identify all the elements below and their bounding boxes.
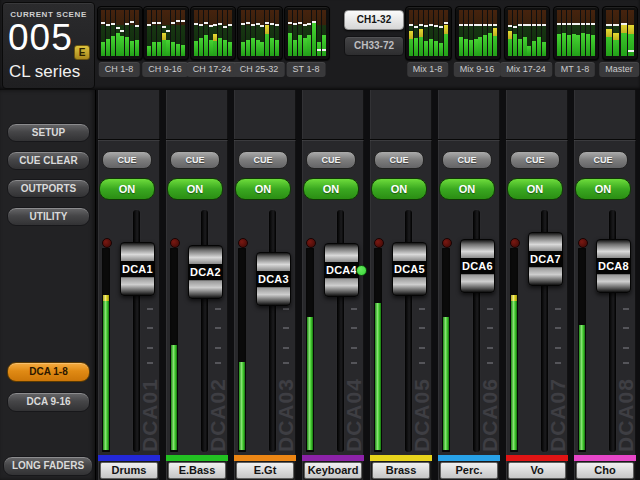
strip-divider — [234, 140, 296, 141]
fader-cap[interactable]: DCA8 — [596, 239, 631, 293]
meter-level-yellow — [444, 25, 448, 34]
strip-meter-level — [171, 345, 177, 450]
meter-block-mix-1-8[interactable] — [405, 6, 452, 60]
fader-track[interactable] — [269, 210, 276, 452]
cue-button[interactable]: CUE — [170, 151, 220, 169]
channel-meter — [213, 10, 217, 56]
meter-block-mt-1-8[interactable] — [553, 6, 599, 60]
fader-scale-tick — [623, 308, 629, 310]
channel-meter — [256, 10, 260, 56]
channel-meter — [586, 10, 590, 56]
fader-position-mark — [591, 23, 595, 25]
channel-color-bar — [438, 455, 500, 461]
meter-level — [307, 35, 311, 56]
fader-cap[interactable]: DCA4 — [324, 243, 359, 297]
on-button[interactable]: ON — [235, 178, 291, 200]
utility-button[interactable]: UTILITY — [7, 207, 90, 226]
fader-scale-tick — [351, 327, 357, 329]
meter-block-label[interactable]: Master — [599, 62, 639, 77]
meter-level — [116, 33, 120, 56]
fader-scale-tick — [283, 347, 289, 349]
meter-block-ch-25-32[interactable] — [237, 6, 283, 60]
channel-name[interactable]: Brass — [372, 462, 430, 479]
on-button[interactable]: ON — [371, 178, 427, 200]
dca-bank-9-16-button[interactable]: DCA 9-16 — [7, 392, 90, 412]
fader-cap[interactable]: DCA6 — [460, 239, 495, 293]
channel-name[interactable]: Vo — [508, 462, 566, 479]
cue-button[interactable]: CUE — [374, 151, 424, 169]
channel-meter — [166, 10, 170, 56]
peak-led — [170, 238, 180, 248]
on-button[interactable]: ON — [507, 178, 563, 200]
channel-name[interactable]: Drums — [100, 462, 158, 479]
cue-button[interactable]: CUE — [442, 151, 492, 169]
cue-button[interactable]: CUE — [238, 151, 288, 169]
meter-block-label[interactable]: CH 25-32 — [234, 62, 285, 77]
channel-meter — [464, 10, 468, 56]
fader-strip-dca4: DCA04DCA4CUEONKeyboard — [302, 90, 364, 480]
fader-position-mark — [223, 26, 227, 28]
meter-level — [157, 42, 161, 56]
cue-button[interactable]: CUE — [306, 151, 356, 169]
cue-button[interactable]: CUE — [510, 151, 560, 169]
on-button[interactable]: ON — [303, 178, 359, 200]
channel-meter — [293, 10, 297, 56]
bank-button-ch1-32[interactable]: CH1-32 — [344, 10, 404, 30]
strip-meter-level — [239, 362, 245, 450]
on-button[interactable]: ON — [439, 178, 495, 200]
long-faders-button[interactable]: LONG FADERS — [3, 456, 93, 476]
meter-block-ch-17-24[interactable] — [190, 6, 236, 60]
fader-cap[interactable]: DCA1 — [120, 242, 155, 296]
fader-scale-tick — [351, 308, 357, 310]
cue-clear-button[interactable]: CUE CLEAR — [7, 151, 90, 170]
meter-block-ch-1-8[interactable] — [97, 6, 143, 60]
meter-level — [111, 36, 115, 56]
meter-block-label[interactable]: CH 17-24 — [187, 62, 238, 77]
channel-name[interactable]: Keyboard — [304, 462, 362, 479]
fader-position-mark — [288, 22, 292, 24]
setup-button[interactable]: SETUP — [7, 123, 90, 142]
bank-button-ch33-72[interactable]: CH33-72 — [344, 36, 404, 56]
fader-position-mark — [429, 24, 433, 26]
meter-block-label[interactable]: MT 1-8 — [555, 62, 595, 77]
fader-position-mark — [527, 24, 531, 26]
fader-cap[interactable]: DCA2 — [188, 245, 223, 299]
meter-block-ch-9-16[interactable] — [143, 6, 189, 60]
channel-meter — [130, 10, 134, 56]
meter-block-st-1-8[interactable] — [284, 6, 330, 60]
channel-name[interactable]: Perc. — [440, 462, 498, 479]
channel-name[interactable]: E.Bass — [168, 462, 226, 479]
strip-meter-level — [307, 317, 313, 450]
fader-cap[interactable]: DCA7 — [528, 232, 563, 286]
meter-block-label[interactable]: Mix 17-24 — [500, 62, 552, 77]
fader-scale-tick — [623, 327, 629, 329]
meter-block-label[interactable]: CH 1-8 — [99, 62, 140, 77]
channel-meter — [147, 10, 151, 56]
meter-block-label[interactable]: CH 9-16 — [142, 62, 188, 77]
channel-name[interactable]: Cho — [576, 462, 634, 479]
dca-bank-1-8-button[interactable]: DCA 1-8 — [7, 362, 90, 382]
meter-level — [135, 40, 139, 56]
meter-block-label[interactable]: ST 1-8 — [287, 62, 326, 77]
meter-block-label[interactable]: Mix 1-8 — [407, 62, 449, 77]
meter-level — [478, 37, 482, 56]
meter-block-mix-9-16[interactable] — [455, 6, 501, 60]
cue-button[interactable]: CUE — [578, 151, 628, 169]
on-button[interactable]: ON — [575, 178, 631, 200]
channel-name[interactable]: E.Gt — [236, 462, 294, 479]
fader-position-mark — [125, 23, 129, 25]
on-button[interactable]: ON — [99, 178, 155, 200]
meter-level — [322, 35, 326, 56]
strip-meter — [238, 248, 246, 452]
meter-block-master[interactable] — [602, 6, 638, 60]
meter-block-mix-17-24[interactable] — [504, 6, 550, 60]
meter-block-label[interactable]: Mix 9-16 — [454, 62, 501, 77]
meter-level — [464, 39, 468, 56]
outports-button[interactable]: OUTPORTS — [7, 179, 90, 198]
fader-cap[interactable]: DCA3 — [256, 252, 291, 306]
cue-button[interactable]: CUE — [102, 151, 152, 169]
fader-cap[interactable]: DCA5 — [392, 242, 427, 296]
channel-meter — [171, 10, 175, 56]
on-button[interactable]: ON — [167, 178, 223, 200]
fader-scale-tick — [487, 347, 493, 349]
